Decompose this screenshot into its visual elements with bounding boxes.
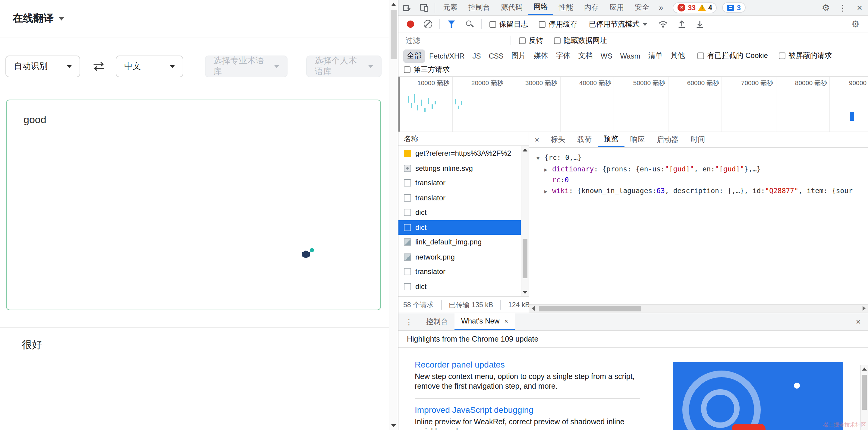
detail-tab-响应[interactable]: 响应	[624, 132, 651, 147]
detail-tab-预览[interactable]: 预览	[598, 132, 624, 147]
checkbox[interactable]	[519, 37, 526, 44]
device-toolbar-button[interactable]	[415, 0, 432, 15]
chevron-down-icon[interactable]	[59, 17, 64, 20]
devtools-tab-内存[interactable]: 内存	[579, 0, 604, 15]
issues-badge[interactable]: 3	[722, 2, 746, 13]
name-column-header[interactable]: 名称	[398, 132, 529, 146]
filter-toggle-icon[interactable]	[448, 21, 455, 28]
checkbox[interactable]	[404, 66, 410, 73]
close-tab-icon[interactable]: ×	[504, 317, 508, 325]
target-language-select[interactable]: 中文	[116, 56, 183, 77]
input-text[interactable]: good	[24, 114, 46, 126]
request-row[interactable]: translator	[398, 264, 529, 279]
detail-tab-载荷[interactable]: 载荷	[571, 132, 598, 147]
devtools-tab-安全[interactable]: 安全	[629, 0, 655, 15]
video-thumbnail[interactable]: new	[673, 362, 843, 430]
blocked-requests-checkbox[interactable]: 被屏蔽的请求	[779, 51, 832, 61]
throttling-select[interactable]: 已停用节流模式	[589, 19, 647, 29]
close-devtools-icon[interactable]: ×	[851, 2, 868, 13]
checkbox[interactable]	[539, 21, 546, 27]
filter-input[interactable]	[404, 36, 508, 45]
translation-input-area[interactable]: good	[6, 99, 381, 310]
collapsed-arrow-icon[interactable]: ▶	[544, 186, 552, 197]
invert-checkbox[interactable]: 反转	[519, 35, 543, 46]
request-row[interactable]: network.png	[398, 250, 529, 264]
hide-data-urls-checkbox[interactable]: 隐藏数据网址	[554, 35, 607, 46]
more-tabs-button[interactable]: »	[655, 3, 667, 12]
type-pill-图片[interactable]: 图片	[508, 49, 530, 62]
import-har-button[interactable]	[678, 20, 686, 28]
scroll-right-icon[interactable]	[863, 306, 866, 311]
devtools-tab-应用[interactable]: 应用	[604, 0, 629, 15]
request-row[interactable]: translator	[398, 176, 529, 191]
request-list-scrollbar[interactable]	[521, 146, 529, 296]
type-pill-全部[interactable]: 全部	[403, 49, 425, 62]
article-title-link[interactable]: Recorder panel updates	[415, 360, 640, 369]
drawer-tab-whats-new[interactable]: What's New ×	[455, 313, 515, 330]
type-pill-清单[interactable]: 清单	[645, 49, 666, 62]
json-preview-line[interactable]: ▶dictionary: {prons: {en-us: "[gud]", en…	[536, 164, 868, 175]
devtools-tab-性能[interactable]: 性能	[553, 0, 579, 15]
request-row[interactable]: settings-inline.svg	[398, 161, 529, 176]
play-button-icon[interactable]	[732, 424, 766, 430]
article-title-link[interactable]: Improved JavaScript debugging	[415, 405, 640, 414]
personal-terminology-select[interactable]: 选择个人术语库	[306, 56, 381, 77]
type-pill-CSS[interactable]: CSS	[485, 50, 507, 62]
scroll-left-icon[interactable]	[532, 306, 535, 311]
scrollbar-thumb[interactable]	[862, 375, 867, 410]
type-pill-字体[interactable]: 字体	[553, 49, 574, 62]
pro-terminology-select[interactable]: 选择专业术语库	[205, 56, 287, 77]
scroll-down-icon[interactable]	[523, 291, 527, 294]
type-pill-Fetch/XHR[interactable]: Fetch/XHR	[426, 50, 468, 62]
scroll-up-icon[interactable]	[862, 368, 867, 371]
type-pill-WS[interactable]: WS	[597, 50, 616, 62]
swap-languages-button[interactable]	[91, 60, 107, 73]
close-drawer-icon[interactable]: ×	[849, 317, 868, 326]
scroll-up-icon[interactable]	[391, 3, 396, 6]
devtools-tab-源代码[interactable]: 源代码	[495, 0, 528, 15]
more-options-icon[interactable]: ⋮	[834, 3, 851, 12]
search-icon[interactable]	[465, 20, 474, 28]
detail-tab-启动器[interactable]: 启动器	[651, 132, 684, 147]
network-overview-timeline[interactable]: 10000 毫秒20000 毫秒30000 毫秒40000 毫秒50000 毫秒…	[398, 77, 868, 132]
settings-gear-icon[interactable]: ⚙	[817, 2, 834, 13]
inspect-element-button[interactable]	[398, 0, 415, 15]
type-pill-文档[interactable]: 文档	[575, 49, 596, 62]
request-row[interactable]: get?referer=https%3A%2F%2	[398, 146, 529, 161]
export-har-button[interactable]	[695, 20, 704, 28]
third-party-checkbox[interactable]: 第三方请求	[404, 64, 450, 75]
json-preview-line[interactable]: ▶wiki: {known_in_laguages: 63, descripti…	[536, 185, 868, 197]
drawer-menu-icon[interactable]: ⋮	[398, 317, 420, 326]
detail-tab-标头[interactable]: 标头	[545, 132, 571, 147]
drawer-tab-console[interactable]: 控制台	[420, 313, 455, 330]
scroll-up-icon[interactable]	[523, 148, 527, 151]
expanded-arrow-icon[interactable]: ▼	[536, 153, 544, 164]
detail-horizontal-scrollbar[interactable]	[529, 304, 868, 313]
type-pill-媒体[interactable]: 媒体	[530, 49, 552, 62]
blocked-cookies-checkbox[interactable]: 有已拦截的 Cookie	[698, 51, 768, 61]
network-conditions-button[interactable]	[658, 20, 668, 28]
request-row[interactable]: dict	[398, 205, 529, 220]
json-preview-line[interactable]: ▼{rc: 0,…}	[536, 153, 868, 164]
disable-cache-checkbox[interactable]: 停用缓存	[539, 19, 578, 29]
scrollbar-thumb[interactable]	[391, 10, 397, 59]
preserve-log-checkbox[interactable]: 保留日志	[490, 19, 528, 29]
request-row[interactable]: dict	[398, 279, 529, 294]
type-pill-Wasm[interactable]: Wasm	[616, 50, 644, 62]
collapsed-arrow-icon[interactable]: ▶	[544, 165, 552, 175]
checkbox[interactable]	[554, 37, 561, 44]
request-row[interactable]: dict	[398, 220, 529, 235]
type-pill-其他[interactable]: 其他	[667, 49, 689, 62]
timeline-grip[interactable]	[398, 77, 400, 132]
record-button[interactable]	[407, 21, 414, 28]
scrollbar-thumb[interactable]	[523, 239, 527, 278]
drawer-scrollbar[interactable]	[860, 365, 868, 430]
close-detail-icon[interactable]: ×	[529, 135, 545, 144]
devtools-tab-控制台[interactable]: 控制台	[463, 0, 495, 15]
json-preview-line[interactable]: rc: 0	[536, 175, 868, 185]
type-pill-JS[interactable]: JS	[469, 50, 484, 62]
scrollbar-thumb[interactable]	[539, 306, 641, 311]
source-language-select[interactable]: 自动识别	[5, 56, 80, 77]
clear-button[interactable]	[424, 20, 432, 28]
network-settings-gear-icon[interactable]: ⚙	[851, 19, 863, 30]
